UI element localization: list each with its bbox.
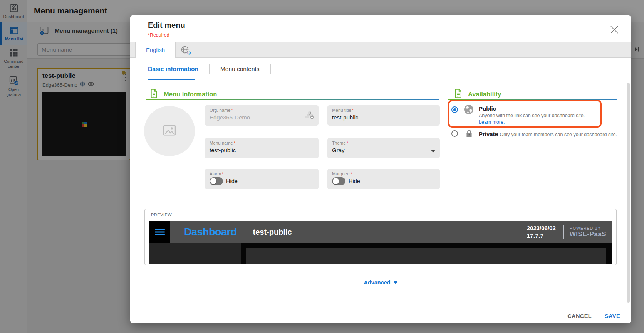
org-name-label: Org. name*	[210, 108, 314, 113]
alarm-label: Alarm*	[210, 172, 314, 176]
menu-information-header: Menu information	[149, 89, 217, 100]
preview-divider	[564, 225, 564, 239]
section-title-menu-information: Menu information	[164, 91, 217, 98]
modal-title: Edit menu	[148, 21, 185, 30]
document-icon	[454, 89, 463, 100]
tab-menu-contents[interactable]: Menu contents	[210, 58, 270, 80]
preview-label: PREVIEW	[151, 212, 172, 217]
public-globe-icon	[464, 104, 474, 116]
hamburger-icon	[149, 221, 170, 243]
cancel-button[interactable]: CANCEL	[567, 311, 592, 321]
preview-date: 2023/06/02	[527, 224, 556, 232]
menu-name-label: Menu name*	[210, 141, 314, 145]
dashboard-preview: Dashboard test-public 2023/06/02 17:7:7 …	[149, 221, 612, 264]
language-settings-icon: ⚙	[181, 45, 189, 54]
language-tab-bar: English ⚙	[130, 42, 631, 58]
required-note: *Required	[148, 32, 169, 38]
save-button[interactable]: SAVE	[604, 311, 621, 321]
subtab-bar: Basic information Menu contents	[130, 58, 631, 80]
public-description: Anyone with the link can see your dashbo…	[479, 113, 596, 126]
marquee-field: Marquee* Hide	[327, 169, 440, 189]
menu-name-field[interactable]: Menu name* test-public	[205, 138, 319, 158]
menu-title-label: Menu title*	[332, 108, 435, 113]
close-icon[interactable]	[609, 24, 620, 35]
marquee-toggle[interactable]	[332, 177, 345, 185]
menu-name-value: test-public	[210, 147, 314, 153]
language-settings-tab[interactable]: ⚙	[176, 42, 194, 58]
private-description: Only your team members can see your dash…	[500, 132, 617, 137]
gear-icon: ⚙	[187, 50, 191, 56]
org-tree-icon[interactable]	[305, 111, 314, 121]
theme-label: Theme*	[332, 141, 435, 145]
menu-image-upload[interactable]	[144, 106, 195, 156]
alarm-toggle[interactable]	[210, 177, 223, 185]
preview-time: 17:7:7	[527, 232, 556, 240]
menu-title-value: test-public	[332, 114, 435, 121]
footer-divider	[130, 306, 631, 306]
powered-by-text: POWERED BY	[570, 226, 606, 230]
theme-select[interactable]: Theme* Gray	[327, 138, 440, 158]
marquee-toggle-state: Hide	[349, 178, 360, 184]
org-name-value: Edge365-Demo	[210, 114, 314, 121]
image-placeholder-icon	[163, 124, 176, 138]
preview-sidebar	[149, 243, 241, 264]
preview-header-right: 2023/06/02 17:7:7 POWERED BY WISE-PaaS	[527, 224, 606, 240]
learn-more-link[interactable]: Learn more.	[479, 119, 505, 125]
preview-header: Dashboard test-public 2023/06/02 17:7:7 …	[149, 221, 612, 243]
availability-header: Availability	[454, 89, 501, 100]
preview-logo: Dashboard	[184, 226, 237, 238]
footer-actions: CANCEL SAVE	[567, 311, 621, 321]
private-option: Private Only your team members can see y…	[479, 131, 617, 138]
private-label: Private	[479, 131, 498, 137]
screen: Dashboard Menu list Command center Open …	[0, 0, 644, 333]
menu-title-field[interactable]: Menu title* test-public	[327, 105, 440, 126]
preview-datetime: 2023/06/02 17:7:7	[527, 224, 556, 240]
tab-language-english[interactable]: English	[135, 42, 176, 58]
advanced-toggle[interactable]: Advanced	[130, 279, 631, 286]
public-radio[interactable]	[451, 106, 458, 113]
private-lock-icon	[465, 129, 473, 140]
modal-scrollbar[interactable]	[627, 83, 630, 303]
advanced-caret-icon	[394, 281, 397, 284]
preview-box: PREVIEW Dashboard test-public 2023/06/02…	[144, 209, 617, 265]
advanced-label: Advanced	[364, 279, 390, 286]
active-tab-underline	[148, 79, 195, 80]
alarm-toggle-state: Hide	[226, 178, 238, 184]
theme-value: Gray	[332, 147, 435, 153]
powered-by-badge: POWERED BY WISE-PaaS	[570, 226, 606, 238]
preview-panel	[246, 248, 606, 264]
private-radio[interactable]	[451, 130, 458, 137]
tab-divider	[270, 64, 271, 74]
edit-menu-modal: Edit menu *Required English ⚙ Basic info…	[130, 15, 631, 323]
org-name-field: Org. name* Edge365-Demo	[205, 105, 319, 126]
brand-text: WISE-PaaS	[570, 230, 606, 238]
document-icon	[149, 89, 158, 100]
preview-body	[149, 243, 612, 264]
section-title-availability: Availability	[468, 91, 501, 98]
preview-content	[241, 243, 612, 264]
preview-menu-title: test-public	[253, 228, 292, 237]
public-label: Public	[479, 105, 496, 112]
section-underline	[146, 99, 439, 100]
marquee-label: Marquee*	[332, 172, 435, 176]
dropdown-caret-icon	[431, 147, 435, 154]
tab-basic-information[interactable]: Basic information	[137, 58, 209, 80]
alarm-field: Alarm* Hide	[205, 169, 319, 189]
